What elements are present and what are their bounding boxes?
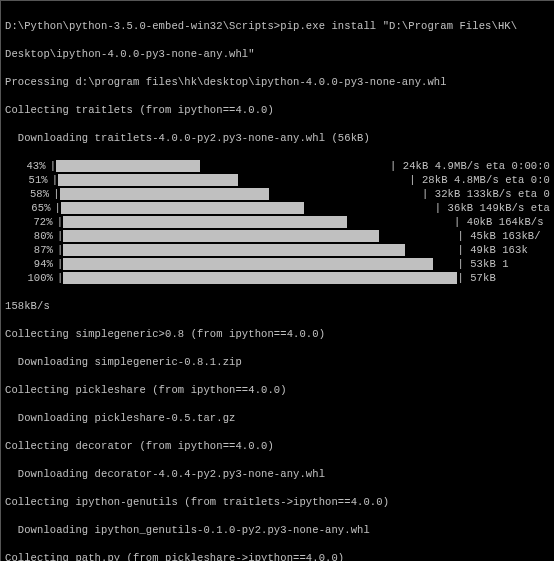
progress-stats: | 28kB 4.8MB/s eta 0:0 (409, 173, 550, 187)
progress-empty (238, 173, 409, 187)
progress-empty (347, 215, 454, 229)
progress-empty (304, 201, 435, 215)
progress-row: 80%|| 45kB 163kB/ (5, 229, 550, 243)
progress-stats: | 53kB 1 (457, 257, 508, 271)
progress-stats: | 40kB 164kB/s (454, 215, 550, 229)
collect-simplegeneric: Collecting simplegeneric>0.8 (from ipyth… (5, 327, 550, 341)
progress-row: 87%|| 49kB 163k (5, 243, 550, 257)
progress-row: 43%|| 24kB 4.9MB/s eta 0:00:0 (5, 159, 550, 173)
collect-genutils: Collecting ipython-genutils (from traitl… (5, 495, 550, 509)
progress-row: 58%|| 32kB 133kB/s eta 0 (5, 187, 550, 201)
progress-fill (56, 160, 200, 172)
progress-stats: | 49kB 163k (457, 243, 527, 257)
progress-percent: 72% (5, 215, 57, 229)
rate-text: 158kB/s (5, 300, 50, 312)
progress-fill (58, 174, 238, 186)
progress-percent: 87% (5, 243, 57, 257)
progress-bars: 43%|| 24kB 4.9MB/s eta 0:00:051%|| 28kB … (5, 159, 550, 285)
progress-empty (433, 257, 457, 271)
progress-stats: | 24kB 4.9MB/s eta 0:00:0 (390, 159, 550, 173)
progress-row: 65%|| 36kB 149kB/s eta (5, 201, 550, 215)
progress-empty (405, 243, 457, 257)
download-decorator: Downloading decorator-4.0.4-py2.py3-none… (5, 467, 550, 481)
progress-stats: | 45kB 163kB/ (457, 229, 540, 243)
cmd-line-cont: Desktop\ipython-4.0.0-py3-none-any.whl" (5, 47, 550, 61)
progress-percent: 43% (5, 159, 50, 173)
collect-pickleshare: Collecting pickleshare (from ipython==4.… (5, 383, 550, 397)
progress-empty (379, 229, 457, 243)
collect-traitlets: Collecting traitlets (from ipython==4.0.… (5, 103, 550, 117)
progress-fill (63, 272, 457, 284)
progress-stats: | 36kB 149kB/s eta (435, 201, 550, 215)
download-simplegeneric: Downloading simplegeneric-0.8.1.zip (5, 355, 550, 369)
download-pickleshare: Downloading pickleshare-0.5.tar.gz (5, 411, 550, 425)
progress-fill (63, 258, 433, 270)
progress-percent: 100% (5, 271, 57, 285)
progress-row: 94%|| 53kB 1 (5, 257, 550, 271)
progress-row: 72%|| 40kB 164kB/s (5, 215, 550, 229)
download-traitlets: Downloading traitlets-4.0.0-py2.py3-none… (5, 131, 550, 145)
rate-line: 158kB/s (5, 299, 550, 313)
progress-percent: 58% (5, 187, 53, 201)
progress-row: 51%|| 28kB 4.8MB/s eta 0:0 (5, 173, 550, 187)
progress-percent: 94% (5, 257, 57, 271)
progress-stats: | 32kB 133kB/s eta 0 (422, 187, 550, 201)
progress-percent: 65% (5, 201, 55, 215)
progress-fill (60, 188, 270, 200)
progress-row: 100%|| 57kB (5, 271, 550, 285)
progress-stats: | 57kB (457, 271, 495, 285)
progress-percent: 51% (5, 173, 52, 187)
progress-percent: 80% (5, 229, 57, 243)
terminal-window[interactable]: D:\Python\python-3.5.0-embed-win32\Scrip… (0, 0, 554, 561)
download-genutils: Downloading ipython_genutils-0.1.0-py2.p… (5, 523, 550, 537)
collect-pathpy: Collecting path.py (from pickleshare->ip… (5, 551, 550, 561)
collect-decorator: Collecting decorator (from ipython==4.0.… (5, 439, 550, 453)
progress-fill (63, 230, 379, 242)
progress-fill (63, 244, 405, 256)
progress-fill (61, 202, 304, 214)
progress-empty (200, 159, 390, 173)
progress-empty (269, 187, 422, 201)
progress-fill (63, 216, 347, 228)
processing-line: Processing d:\program files\hk\desktop\i… (5, 75, 550, 89)
cmd-line: D:\Python\python-3.5.0-embed-win32\Scrip… (5, 19, 550, 33)
